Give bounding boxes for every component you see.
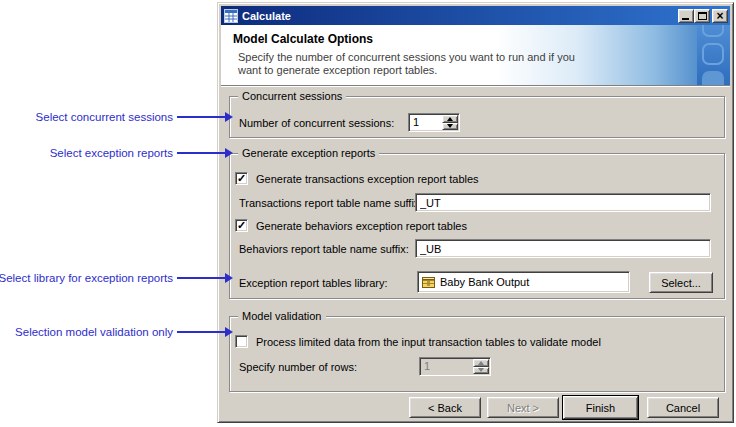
limit-data-checkbox-label: Process limited data from the input tran… [256, 336, 601, 348]
cancel-button[interactable]: Cancel [647, 397, 719, 418]
rows-value: 1 [420, 358, 473, 375]
annotation-exception-reports: Select exception reports [50, 147, 173, 159]
arrow-down-icon [447, 124, 453, 128]
behaviors-suffix-input[interactable] [415, 239, 711, 258]
spin-up-button[interactable] [442, 115, 458, 123]
annotation-arrow [177, 274, 232, 282]
spreadsheet-icon [224, 9, 238, 23]
library-label: Exception report tables library: [239, 277, 388, 289]
page-description-line1: Specify the number of concurrent session… [238, 51, 575, 63]
close-icon: × [716, 11, 723, 21]
spin-down-button[interactable] [442, 123, 458, 131]
page-description-line2: want to generate exception report tables… [238, 64, 437, 76]
limit-data-checkbox[interactable] [235, 335, 248, 348]
next-button-label: Next > [507, 402, 539, 414]
group-model-validation: Model validation Process limited data fr… [229, 316, 725, 392]
finish-button-default-ring: Finish [562, 395, 639, 420]
arrow-down-icon [478, 368, 484, 372]
group-model-validation-legend: Model validation [238, 310, 326, 323]
concurrent-sessions-spinner[interactable]: 1 [408, 113, 460, 132]
select-library-button[interactable]: Select... [649, 272, 713, 293]
library-value: Baby Bank Output [440, 276, 529, 288]
header-decoration-band [697, 25, 730, 85]
annotation-concurrent-sessions: Select concurrent sessions [36, 111, 173, 123]
library-folder-icon [421, 275, 436, 289]
title-bar[interactable]: Calculate × [221, 6, 730, 25]
next-button: Next > [487, 397, 559, 418]
arrow-up-icon [447, 117, 453, 121]
annotation-library: Select library for exception reports [0, 272, 173, 284]
window-title: Calculate [242, 10, 678, 22]
group-concurrent-sessions-legend: Concurrent sessions [238, 90, 346, 103]
maximize-icon [698, 12, 707, 20]
group-exception-reports-legend: Generate exception reports [238, 147, 379, 160]
cancel-button-label: Cancel [666, 402, 700, 414]
behaviors-reports-checkbox-label: Generate behaviors exception report tabl… [256, 220, 467, 232]
rows-spinner-disabled: 1 [419, 357, 491, 376]
concurrent-sessions-value: 1 [409, 114, 442, 131]
decoration-square-middle [702, 43, 724, 65]
checkmark-icon: ✓ [237, 220, 246, 231]
group-concurrent-sessions: Concurrent sessions Number of concurrent… [229, 96, 725, 138]
annotation-arrow [177, 149, 232, 157]
header-separator [221, 85, 730, 87]
spin-up-button [473, 359, 489, 367]
minimize-button[interactable] [678, 9, 694, 23]
finish-button-label: Finish [586, 402, 615, 414]
concurrent-sessions-label: Number of concurrent sessions: [239, 117, 394, 129]
behaviors-reports-checkbox[interactable]: ✓ [235, 219, 248, 232]
annotation-arrow [177, 328, 232, 336]
decoration-square-bottom [702, 71, 724, 85]
transactions-suffix-label: Transactions report table name suffix: [239, 197, 422, 209]
behaviors-suffix-label: Behaviors report table name suffix: [239, 243, 409, 255]
screenshot-canvas: Calculate × Model Calculate Options Spec… [0, 0, 736, 427]
transactions-reports-checkbox-label: Generate transactions exception report t… [256, 173, 479, 185]
decoration-square-top [702, 25, 724, 37]
rows-label: Specify number of rows: [239, 361, 357, 373]
close-button[interactable]: × [712, 9, 728, 23]
page-title: Model Calculate Options [233, 32, 373, 46]
checkmark-icon: ✓ [237, 173, 246, 184]
back-button[interactable]: < Back [409, 397, 481, 418]
back-button-label: < Back [428, 402, 462, 414]
minimize-icon [682, 18, 689, 20]
annotation-arrow [177, 113, 232, 121]
transactions-reports-checkbox[interactable]: ✓ [235, 172, 248, 185]
spin-down-button [473, 367, 489, 375]
group-exception-reports: Generate exception reports ✓ Generate tr… [229, 153, 725, 299]
finish-button[interactable]: Finish [563, 396, 638, 419]
arrow-up-icon [478, 361, 484, 365]
maximize-button[interactable] [694, 9, 710, 23]
select-library-button-label: Select... [661, 277, 701, 289]
library-field[interactable]: Baby Bank Output [417, 271, 630, 293]
wizard-header: Model Calculate Options Specify the numb… [221, 25, 730, 85]
transactions-suffix-input[interactable] [415, 193, 711, 212]
annotation-model-validation: Selection model validation only [15, 326, 173, 338]
calculate-dialog: Calculate × Model Calculate Options Spec… [217, 2, 734, 423]
